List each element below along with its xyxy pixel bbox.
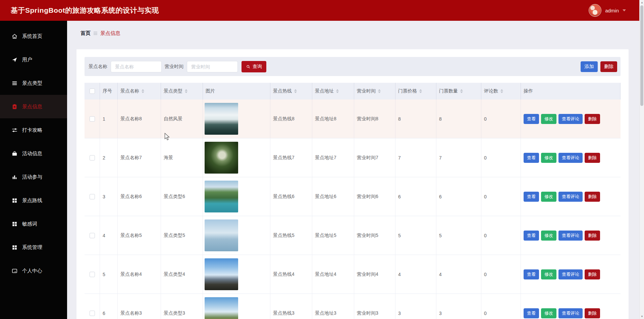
cell-price: 3	[395, 294, 436, 319]
header-cell-comments[interactable]: 评论数	[481, 83, 521, 100]
scrollbar-up-icon[interactable]: ▲	[640, 0, 644, 5]
sidebar-item-users[interactable]: 用户	[0, 48, 67, 71]
delete-button[interactable]: 删除	[585, 308, 600, 318]
scrollbar-thumb[interactable]	[640, 5, 643, 106]
edit-button[interactable]: 修改	[541, 308, 556, 318]
view-comments-button[interactable]: 查看评论	[558, 114, 583, 124]
sidebar-item-activity-join[interactable]: 活动参与	[0, 165, 67, 189]
view-comments-button[interactable]: 查看评论	[558, 192, 583, 202]
delete-button[interactable]: 删除	[585, 192, 600, 202]
search-hours-input[interactable]	[187, 61, 238, 72]
table-header: 序号 景点名称 景点类型 图片 景点热线 景点地址 营业时间 门票价格 门票数量…	[85, 83, 621, 100]
edit-button[interactable]: 修改	[541, 192, 556, 202]
sidebar-item-sensitive-words[interactable]: 敏感词	[0, 212, 67, 236]
view-comments-button[interactable]: 查看评论	[558, 269, 583, 279]
header-cell-image: 图片	[203, 83, 270, 100]
delete-button[interactable]: 删除	[585, 231, 600, 241]
search-name-input[interactable]	[111, 61, 162, 72]
cell-image	[203, 100, 270, 138]
view-button[interactable]: 查看	[524, 192, 539, 202]
sort-icon[interactable]	[142, 89, 144, 93]
sort-icon[interactable]	[419, 89, 422, 93]
view-button[interactable]: 查看	[524, 231, 539, 241]
cell-type: 景点类型6	[161, 177, 203, 216]
search-button[interactable]: 查询	[241, 61, 266, 72]
sort-icon[interactable]	[378, 89, 381, 93]
select-all-checkbox[interactable]	[90, 88, 95, 94]
row-checkbox[interactable]	[90, 233, 95, 238]
breadcrumb-separator-icon	[94, 32, 97, 35]
grid-icon	[11, 244, 18, 251]
header-cell-name[interactable]: 景点名称	[118, 83, 161, 100]
view-comments-button[interactable]: 查看评论	[558, 231, 583, 241]
home-icon	[11, 33, 18, 40]
delete-button[interactable]: 删除	[585, 114, 600, 124]
header-cell-type[interactable]: 景点类型	[161, 83, 203, 100]
search-icon	[246, 64, 251, 69]
cell-quantity: 3	[436, 294, 481, 319]
cell-hours: 营业时间7	[354, 138, 395, 177]
cell-hours: 营业时间6	[354, 177, 395, 216]
header-cell-hotline[interactable]: 景点热线	[270, 83, 312, 100]
sort-icon[interactable]	[336, 89, 339, 93]
user-menu[interactable]: admin	[589, 0, 626, 21]
sidebar-item-home[interactable]: 系统首页	[0, 24, 67, 48]
row-checkbox[interactable]	[90, 311, 95, 316]
delete-button[interactable]: 删除	[585, 153, 600, 163]
cell-price: 4	[395, 255, 436, 294]
sidebar-item-activity-info[interactable]: 活动信息	[0, 142, 67, 165]
cell-address: 景点地址4	[312, 255, 354, 294]
view-comments-button[interactable]: 查看评论	[558, 153, 583, 163]
sidebar-item-system-manage[interactable]: 系统管理	[0, 236, 67, 259]
view-button[interactable]: 查看	[524, 308, 539, 318]
add-button[interactable]: 添加	[581, 61, 598, 72]
sort-icon[interactable]	[460, 89, 463, 93]
toolbar: 景点名称 营业时间 查询 添加 删除	[85, 57, 621, 76]
scrollbar[interactable]: ▲ ▼	[639, 0, 644, 319]
delete-button[interactable]: 删除	[600, 61, 617, 72]
edit-button[interactable]: 修改	[541, 114, 556, 124]
cell-address: 景点地址3	[312, 294, 354, 319]
avatar[interactable]	[589, 4, 601, 17]
breadcrumb-current[interactable]: 景点信息	[100, 30, 120, 37]
row-checkbox[interactable]	[90, 272, 95, 277]
view-button[interactable]: 查看	[524, 269, 539, 279]
thumbnail-image-mountain-mist	[205, 103, 238, 135]
view-button[interactable]: 查看	[524, 114, 539, 124]
sort-icon[interactable]	[185, 89, 187, 93]
delete-button[interactable]: 删除	[585, 269, 600, 279]
sidebar-item-checkin-guide[interactable]: 打卡攻略	[0, 118, 67, 142]
edit-button[interactable]: 修改	[541, 153, 556, 163]
cell-hotline: 景点热线3	[270, 294, 312, 319]
content-card: 景点名称 营业时间 查询 添加 删除 序号 景点名称 景	[76, 49, 629, 319]
sidebar-item-spot-info[interactable]: 景点信息	[0, 95, 67, 118]
cell-price: 5	[395, 216, 436, 255]
cell-hotline: 景点热线6	[270, 177, 312, 216]
breadcrumb-home[interactable]: 首页	[80, 30, 91, 37]
sidebar-item-spot-route[interactable]: 景点路线	[0, 189, 67, 212]
sidebar-item-spot-type[interactable]: 景点类型	[0, 71, 67, 95]
table-row: 6景点名称3景点类型3景点热线3景点地址3营业时间3330查看修改查看评论删除	[85, 294, 621, 319]
header-cell-ops: 操作	[521, 83, 621, 100]
scrollbar-down-icon[interactable]: ▼	[640, 314, 644, 319]
row-checkbox[interactable]	[90, 194, 95, 199]
header-cell-price[interactable]: 门票价格	[395, 83, 436, 100]
sort-icon[interactable]	[294, 89, 297, 93]
header-cell-hours[interactable]: 营业时间	[354, 83, 395, 100]
header-cell-quantity[interactable]: 门票数量	[436, 83, 481, 100]
filter-label-name: 景点名称	[89, 64, 107, 70]
app-title: 基于SpringBoot的旅游攻略系统的设计与实现	[11, 0, 159, 21]
sidebar-item-personal-center[interactable]: 个人中心	[0, 259, 67, 282]
view-comments-button[interactable]: 查看评论	[558, 308, 583, 318]
cell-price: 6	[395, 177, 436, 216]
edit-button[interactable]: 修改	[541, 231, 556, 241]
cell-comments: 0	[481, 138, 521, 177]
sort-icon[interactable]	[500, 89, 503, 93]
row-checkbox[interactable]	[90, 116, 95, 122]
edit-button[interactable]: 修改	[541, 269, 556, 279]
cell-hotline: 景点热线4	[270, 255, 312, 294]
row-checkbox[interactable]	[90, 155, 95, 161]
send-icon	[11, 57, 18, 63]
view-button[interactable]: 查看	[524, 153, 539, 163]
header-cell-address[interactable]: 景点地址	[312, 83, 354, 100]
